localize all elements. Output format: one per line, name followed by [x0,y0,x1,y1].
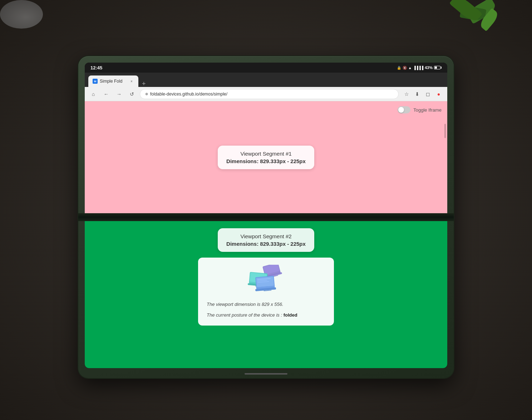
scrollbar-hint[interactable] [444,124,446,138]
segment-2-title: Viewport Segment #2 [226,233,306,239]
browser-toolbar: ⌂ ← → ↺ ⊕ foldable-devices.github.io/dem… [85,87,447,101]
lock-icon: 🔒 [397,66,401,70]
fold-hinge [78,213,454,221]
address-text[interactable]: foldable-devices.github.io/demos/simple/ [150,92,393,97]
screen-top: 12:45 🔒 🔇 ▲ ▐▐▐▐ 43% [85,63,447,213]
toggle-iframe-switch[interactable] [398,106,410,113]
device-nav-bar [245,373,287,375]
foldable-device: 12:45 🔒 🔇 ▲ ▐▐▐▐ 43% [78,56,454,378]
forward-button[interactable]: → [114,89,124,99]
status-icons-group: 🔒 🔇 ▲ ▐▐▐▐ 43% [397,65,442,70]
tab-favicon: M [93,79,98,84]
mute-icon: 🔇 [403,66,407,70]
active-tab[interactable]: M Simple Fold × [88,75,138,87]
segment-1-dims: Dimensions: 829.333px - 225px [226,158,306,164]
battery-icon [434,66,442,69]
toggle-iframe-area: Toggle Iframe [398,106,442,113]
battery-percent: 43% [425,65,433,70]
posture-label: The current posture of the device is : [207,312,282,318]
extension-button[interactable]: ◻ [423,89,433,99]
bookmark-button[interactable]: ☆ [402,89,412,99]
viewport-segment-1-area: Viewport Segment #1 Dimensions: 829.333p… [85,101,447,213]
new-tab-button[interactable]: + [140,80,148,87]
viewport-segment-2-area: Viewport Segment #2 Dimensions: 829.333p… [85,221,447,368]
back-button[interactable]: ← [101,89,111,99]
posture-text: The current posture of the device is : f… [207,312,325,319]
segment-1-card: Viewport Segment #1 Dimensions: 829.333p… [218,146,314,169]
tab-title: Simple Fold [100,79,122,84]
site-info-icon: ⊕ [145,92,148,96]
record-button[interactable]: ● [434,89,444,99]
segment-2-card: Viewport Segment #2 Dimensions: 829.333p… [218,228,314,252]
home-button[interactable]: ⌂ [88,89,98,99]
tab-close-button[interactable]: × [129,79,134,84]
toggle-iframe-label: Toggle Iframe [413,107,442,113]
signal-icon: ▐▐▐▐ [413,66,423,70]
screen-bottom: Viewport Segment #2 Dimensions: 829.333p… [85,221,447,368]
posture-value: folded [284,312,297,318]
desk-plant [446,0,503,43]
info-card: The viewport dimension is 829 x 556. The… [198,258,334,326]
segment-1-title: Viewport Segment #1 [226,151,306,157]
status-bar: 12:45 🔒 🔇 ▲ ▐▐▐▐ 43% [85,63,447,73]
address-bar[interactable]: ⊕ foldable-devices.github.io/demos/simpl… [140,89,399,99]
laptop-illustration [243,265,289,295]
viewport-dimension-text: The viewport dimension is 829 x 556. [207,301,325,308]
status-time: 12:45 [90,65,102,70]
desk-object [0,0,43,29]
download-button[interactable]: ⬇ [412,89,422,99]
toolbar-actions: ☆ ⬇ ◻ ● [402,89,444,99]
laptop-illustration-area [207,265,325,295]
segment-2-dims: Dimensions: 829.333px - 225px [226,241,306,247]
toggle-knob [398,107,404,113]
wifi-icon: ▲ [408,66,412,70]
refresh-button[interactable]: ↺ [127,89,137,99]
tab-bar: M Simple Fold × + [85,73,447,87]
